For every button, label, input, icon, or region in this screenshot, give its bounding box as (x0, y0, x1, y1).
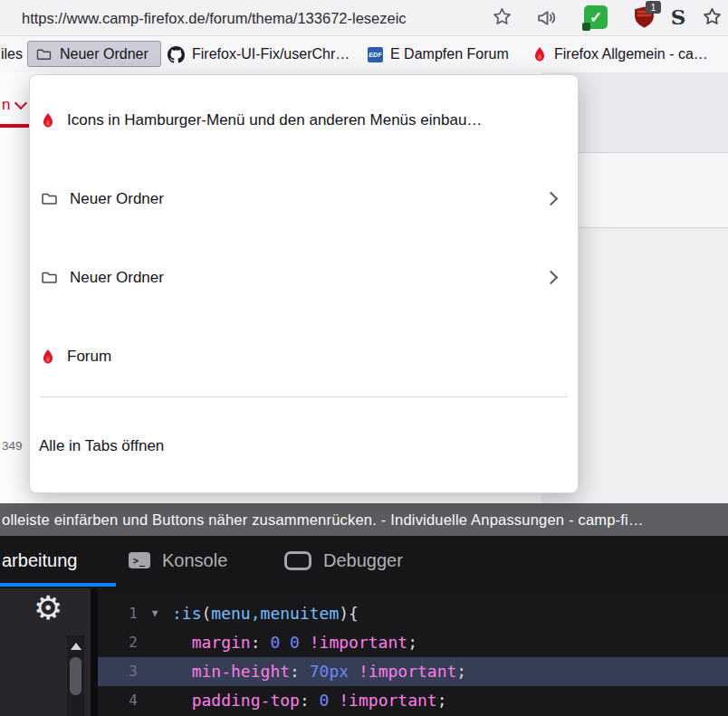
code-text: padding-top: 0 !important; (172, 686, 447, 715)
menu-item-label: Icons in Hamburger-Menü und den anderen … (67, 111, 482, 129)
bookmark-label-fragment[interactable]: iles (1, 46, 23, 62)
panel-divider[interactable] (91, 588, 98, 716)
ublock-badge: 1 (646, 1, 661, 14)
line-number: 1 (98, 599, 138, 628)
gear-icon[interactable]: ⚙ (34, 592, 62, 625)
menu-separator (40, 396, 568, 397)
fold-gutter (138, 686, 172, 715)
check-icon: ✓ (589, 8, 602, 27)
edf-favicon: EDF (368, 47, 383, 62)
tab-style-editor[interactable]: arbeitung (2, 536, 77, 585)
tab-console[interactable]: >_ Konsole (129, 536, 227, 585)
chevron-right-icon (544, 192, 559, 206)
menu-item-open-all-tabs[interactable]: Alle in Tabs öffnen (30, 398, 578, 493)
bookmarks-toolbar: iles Neuer Ordner Firefox-UI-Fix/userChr… (0, 36, 728, 72)
forum-tab-fragment[interactable]: n (2, 96, 25, 114)
fold-gutter (138, 657, 172, 686)
bookmark-firefox-ui-fix[interactable]: Firefox-UI-Fix/userChr… (168, 36, 350, 72)
menu-item-neuer-ordner-1[interactable]: Neuer Ordner (30, 159, 578, 238)
folder-icon (36, 47, 52, 62)
bookmark-star-icon[interactable] (493, 7, 512, 26)
menu-item-label: Alle in Tabs öffnen (39, 437, 164, 455)
style-editor-sidebar: ⚙ (0, 588, 91, 716)
folder-icon (41, 270, 58, 285)
code-line[interactable]: 3 min-height: 70px !important; (98, 657, 728, 686)
window-titlebar[interactable]: olleiste einfärben und Buttons näher zus… (0, 503, 728, 536)
menu-item-label: Forum (67, 348, 111, 366)
code-line[interactable]: 2 margin: 0 0 !important; (98, 628, 728, 657)
bookmark-folder-label: Neuer Ordner (60, 46, 148, 62)
github-icon (168, 46, 185, 63)
stylus-extension-icon[interactable]: S (666, 5, 690, 28)
scrollbar-thumb[interactable] (70, 657, 81, 695)
folder-icon (41, 191, 58, 206)
green-check-extension-icon[interactable]: ✓ (584, 5, 608, 29)
debugger-icon (284, 551, 311, 570)
tab-debugger[interactable]: Debugger (284, 536, 403, 585)
forum-tab-label: n (2, 96, 10, 114)
bookmark-label: Firefox Allgemein - ca… (554, 46, 708, 62)
fold-arrow-icon[interactable]: ▼ (138, 599, 172, 628)
code-text: :is(menu,menuitem){ (172, 599, 359, 628)
speaker-extension-icon[interactable] (535, 6, 558, 29)
menu-item-forum[interactable]: Forum (30, 317, 578, 396)
line-number: 3 (98, 657, 138, 686)
active-tab-underline (0, 124, 33, 128)
code-line[interactable]: 1▼:is(menu,menuitem){ (98, 599, 728, 628)
tab-label: Konsole (162, 550, 227, 571)
flame-icon (41, 112, 55, 129)
code-text: margin: 0 0 !important; (172, 628, 417, 657)
bookmark-label: E Dampfen Forum (390, 46, 509, 62)
tab-label: Debugger (323, 550, 403, 571)
line-number: 4 (98, 686, 138, 715)
menu-item-neuer-ordner-2[interactable]: Neuer Ordner (30, 238, 578, 317)
bookmark-e-dampfen-forum[interactable]: EDF E Dampfen Forum (368, 36, 509, 72)
code-text: min-height: 70px !important; (172, 657, 466, 686)
menu-item-label: Neuer Ordner (70, 269, 164, 287)
scrollbar-up-arrow-icon[interactable] (71, 643, 81, 650)
menu-item-label: Neuer Ordner (70, 190, 164, 208)
style-editor-panel: ⚙ 1▼:is(menu,menuitem){2 margin: 0 0 !im… (0, 588, 728, 716)
url-bar: https://www.camp-firefox.de/forum/thema/… (0, 0, 728, 36)
devtools-tabbar: arbeitung >_ Konsole Debugger (0, 536, 728, 588)
code-line[interactable]: 4 padding-top: 0 !important; (98, 686, 728, 715)
tab-label: arbeitung (2, 550, 77, 571)
browser-window: https://www.camp-firefox.de/forum/thema/… (0, 0, 728, 716)
post-number: 349 (2, 439, 23, 453)
green-extension-badge (582, 23, 590, 31)
chevron-down-icon (14, 97, 27, 110)
active-tab-indicator (0, 583, 116, 587)
flame-icon (41, 348, 55, 365)
menu-item-icons-hamburger[interactable]: Icons in Hamburger-Menü und den anderen … (30, 81, 578, 159)
bookmark-label: Firefox-UI-Fix/userChr… (192, 46, 350, 62)
chevron-right-icon (544, 271, 559, 285)
sidebar-scrollbar[interactable] (67, 635, 84, 716)
flame-icon (532, 46, 547, 62)
bookmark-firefox-allgemein[interactable]: Firefox Allgemein - ca… (532, 36, 708, 72)
console-icon: >_ (129, 552, 150, 568)
bookmark-folder-dropdown: Icons in Hamburger-Menü und den anderen … (29, 74, 579, 493)
fold-gutter (138, 628, 172, 657)
css-source-editor[interactable]: 1▼:is(menu,menuitem){2 margin: 0 0 !impo… (98, 588, 728, 716)
line-number: 2 (98, 628, 138, 657)
bookmark-folder-neuer-ordner[interactable]: Neuer Ordner (27, 41, 161, 67)
window-title: olleiste einfärben und Buttons näher zus… (0, 511, 644, 529)
star-extension-icon[interactable] (703, 7, 722, 26)
url-input[interactable]: https://www.camp-firefox.de/forum/thema/… (22, 9, 407, 26)
